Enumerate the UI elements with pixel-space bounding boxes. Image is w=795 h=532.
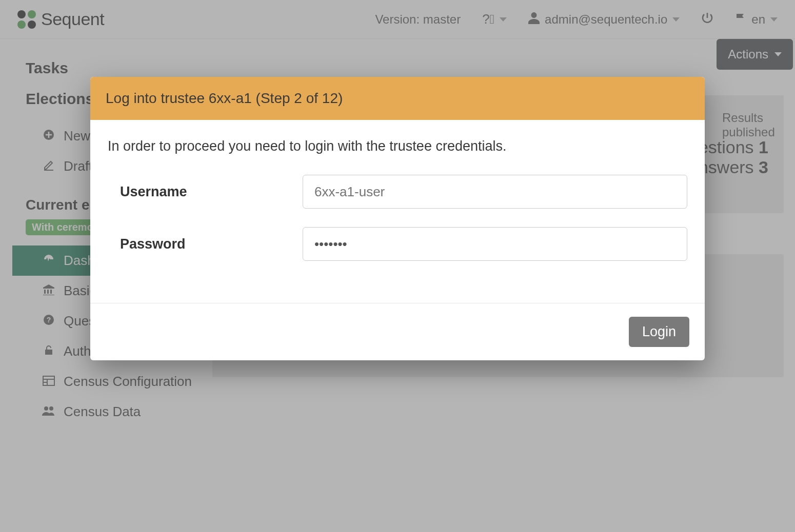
- login-modal: Log into trustee 6xx-a1 (Step 2 of 12) I…: [90, 77, 705, 360]
- modal-lead: In order to proceed you need to login wi…: [108, 138, 687, 154]
- password-label: Password: [108, 236, 303, 252]
- modal-title: Log into trustee 6xx-a1 (Step 2 of 12): [90, 77, 705, 120]
- username-input[interactable]: [303, 175, 687, 209]
- username-label: Username: [108, 184, 303, 200]
- password-input[interactable]: [303, 227, 687, 261]
- login-button[interactable]: Login: [629, 317, 689, 347]
